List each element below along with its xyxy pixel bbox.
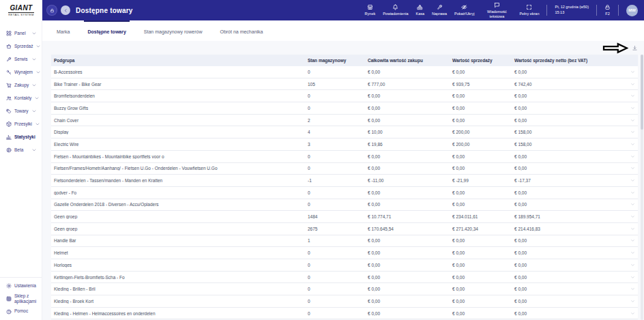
sidebar-item[interactable]: Sklep z aplikacjami	[0, 291, 42, 306]
sidebar-item-label: Sklep z aplikacjami	[14, 293, 37, 304]
chevron-down-icon[interactable]	[630, 118, 635, 123]
table-row[interactable]: godver - Fo 0 € 0,00 € 0,00 € 0,00	[51, 187, 638, 199]
chevron-down-icon[interactable]	[630, 214, 635, 219]
table-row[interactable]: Geen groep 2675 € 170.645,54 € 271.420,3…	[51, 223, 638, 235]
sidebar-item[interactable]: Pomoc	[0, 306, 42, 317]
header-nav-item[interactable]: Powiadomienia	[383, 4, 408, 16]
header-nav-item[interactable]: Wiadomość tekstowa	[482, 2, 512, 18]
chevron-down-icon[interactable]	[630, 238, 635, 243]
chevron-down-icon[interactable]	[630, 311, 635, 316]
header-nav-item[interactable]: Naprawa	[432, 4, 447, 16]
table-row[interactable]: Kleding - Helmen - Helmaccessoires en on…	[51, 308, 638, 320]
tab[interactable]: Marka	[53, 20, 73, 41]
cell-subgroup: Gazelle Onderdelen 2018 - Diversen - Acc…	[54, 202, 308, 207]
table-row[interactable]: Kettingen-Fiets-Bromfiets-Scha - Fo 0 € …	[51, 272, 638, 284]
table-row[interactable]: B-Accessoires 0 € 0,00 € 0,00 € 0,00	[51, 66, 638, 78]
cell-subgroup: Chain Cover	[54, 118, 308, 123]
sidebar-item[interactable]: Serwis	[0, 53, 42, 66]
chevron-down-icon[interactable]	[630, 202, 635, 207]
header-nav-label: Pełny ekran	[519, 12, 539, 16]
chevron-down-icon[interactable]	[630, 130, 635, 134]
table-row[interactable]: Bike Trainer - Bike Gear 105 € 777,00 € …	[51, 78, 638, 91]
chevron-down-icon[interactable]	[630, 142, 635, 147]
cell-stock: 0	[308, 311, 368, 316]
chevron-down-icon[interactable]	[630, 178, 635, 183]
tab[interactable]: Obrót na mechanika	[216, 20, 266, 41]
table-row[interactable]: Kleding - Broek Kort 0 € 0,00 € 0,00 € 0…	[51, 295, 638, 308]
cell-stock: 1	[308, 238, 368, 243]
header-nav-item[interactable]: Rynek	[365, 4, 376, 16]
chevron-down-icon[interactable]	[630, 227, 635, 231]
table-row[interactable]: Electric Wire 3 € 19,86 € 200,00 € 158,0…	[51, 139, 638, 151]
chevron-down-icon[interactable]	[630, 70, 635, 74]
chevron-down-icon[interactable]	[630, 250, 635, 255]
tab[interactable]: Stan magazynowy rowerów	[141, 20, 206, 41]
sidebar-item[interactable]: Panel	[0, 27, 42, 40]
cell-stock: 3	[308, 142, 368, 147]
cell-sales-value: € 0,00	[452, 311, 514, 316]
cell-subgroup: Kleding - Broek Kort	[54, 299, 308, 304]
table-row[interactable]: Chain Cover 2 € 0,00 € 0,00 € 0,00	[51, 115, 638, 127]
sidebar-item[interactable]: Towary	[0, 104, 42, 117]
chevron-down-icon[interactable]	[630, 275, 635, 280]
sidebar-item-label: Kontakty	[14, 96, 31, 100]
sidebar-item[interactable]: Sprzedaż	[0, 40, 42, 53]
cell-stock: 2675	[308, 227, 368, 231]
chevron-down-icon[interactable]	[630, 263, 635, 267]
chevron-down-icon[interactable]	[630, 106, 635, 111]
sidebar-item-label: Zakupy	[14, 83, 29, 87]
lock-button[interactable]	[47, 5, 57, 15]
cell-stock: 2	[308, 118, 368, 123]
cell-purchase-value: € 0,00	[368, 238, 452, 243]
sidebar-item[interactable]: Beta	[0, 143, 42, 156]
header-nav-item[interactable]: Pokaż/Ukryj	[454, 4, 474, 16]
cell-subgroup: Kleding - Helmen - Helmaccessoires en on…	[54, 311, 308, 316]
scrollbar[interactable]	[641, 55, 643, 320]
table-row[interactable]: Fietsen/Frames/Hometr/Aanhang/ - Fietsen…	[51, 163, 638, 175]
wrench-icon	[437, 4, 443, 10]
chevron-down-icon[interactable]	[630, 166, 635, 171]
chevron-down-icon	[31, 57, 37, 62]
cell-sales-value: € 0,00	[452, 166, 514, 171]
table-row[interactable]: Display 4 € 10,00 € 200,00 € 158,00	[51, 126, 638, 139]
table-row[interactable]: Bromfietsonderdelen 0 € 0,00 € 0,00 € 0,…	[51, 90, 638, 102]
sidebar-item[interactable]: Przesyłki	[0, 117, 42, 130]
chevron-down-icon[interactable]	[630, 299, 635, 304]
lock-session-button[interactable]: F2	[604, 4, 611, 16]
sidebar-item[interactable]: Ustawienia	[0, 281, 42, 291]
chevron-down-icon[interactable]	[630, 82, 635, 87]
table-row[interactable]: Gazelle Onderdelen 2018 - Diversen - Acc…	[51, 199, 638, 212]
scrollbar-thumb[interactable]	[641, 55, 643, 130]
chevron-down-icon[interactable]	[630, 93, 635, 98]
table-row[interactable]: Horloges 0 € 0,00 € 0,00 € 0,00	[51, 259, 638, 272]
table-row[interactable]: Handle Bar 1 € 0,00 € 0,00 € 0,00	[51, 235, 638, 248]
cell-purchase-value: € 10,00	[368, 130, 452, 134]
table-row[interactable]: Buzzy Grow Gifts 0 € 0,00 € 0,00 € 0,00	[51, 102, 638, 115]
table-row[interactable]: Kleding - Brillen - Bril 0 € 0,00 € 0,00…	[51, 283, 638, 295]
chevron-down-icon[interactable]	[630, 190, 635, 195]
sidebar-item[interactable]: Kontakty	[0, 91, 42, 104]
back-button[interactable]	[61, 5, 70, 15]
header-nav-item[interactable]: Kasa	[416, 4, 425, 16]
cell-sales-value: € 200,00	[452, 142, 514, 147]
cell-purchase-value: € 0,00	[368, 190, 452, 195]
sidebar-item[interactable]: Wynajem	[0, 66, 42, 78]
column-header: Całkowita wartość zakupu	[368, 58, 452, 63]
sidebar-item[interactable]: Zakupy	[0, 78, 42, 91]
tab[interactable]: Dostępne towary	[84, 20, 129, 41]
header-nav-item[interactable]: Pełny ekran	[519, 4, 539, 16]
table-row[interactable]: Fietsen - Mountainbikes - Mountainbike s…	[51, 151, 638, 163]
table-row[interactable]: Geen groep 1484 € 10.774,71 € 234.011,61…	[51, 211, 638, 223]
cell-stock: 0	[308, 299, 368, 304]
cell-sales-value: € -21,99	[452, 178, 514, 183]
table-row[interactable]: Helmet 0 € 0,00 € 0,00 € 0,00	[51, 247, 638, 259]
chevron-down-icon	[31, 108, 37, 114]
download-icon[interactable]	[632, 45, 638, 51]
chevron-down-icon[interactable]	[630, 287, 635, 291]
sidebar-item[interactable]: Statystyki	[0, 130, 42, 143]
avatar[interactable]: MW	[626, 5, 638, 16]
chevron-down-icon[interactable]	[630, 154, 635, 159]
cell-purchase-value: € 0,00	[368, 166, 452, 171]
table-row[interactable]: Fietsonderdelen - Tassen/manden - Manden…	[51, 175, 638, 187]
cell-subgroup: Kettingen-Fiets-Bromfiets-Scha - Fo	[54, 275, 308, 280]
